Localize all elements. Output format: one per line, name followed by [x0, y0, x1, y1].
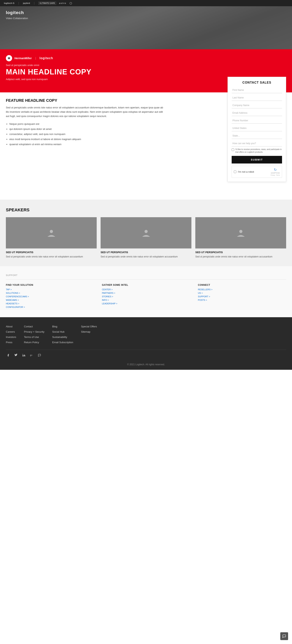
- company-name-input[interactable]: [232, 102, 282, 108]
- captcha-label: I'm not a robot: [238, 170, 269, 173]
- svg-point-5: [239, 230, 242, 233]
- support-col-1: FIND YOUR SOLUTION TAP > SOLUTIONS > CON…: [6, 284, 94, 310]
- support-link-partners[interactable]: PARTNERS >: [102, 292, 190, 294]
- contact-form-title: CONTACT SALES: [232, 81, 282, 84]
- support-link-conferencecams[interactable]: CONFERENCECAMS >: [6, 295, 94, 298]
- message-input[interactable]: [232, 140, 282, 146]
- footer-link-terms[interactable]: Terms of Use: [24, 336, 44, 338]
- support-link-webcams[interactable]: WEBCAMS >: [6, 299, 94, 301]
- list-item: Neque porro quisquam est: [10, 122, 164, 126]
- linkedin-icon[interactable]: [22, 353, 26, 358]
- support-link-solutions[interactable]: SOLUTIONS >: [6, 292, 94, 294]
- twitter-icon[interactable]: [14, 353, 18, 358]
- hero-subtitle: Video Collaboration: [6, 17, 286, 20]
- support-link-info[interactable]: INFO >: [102, 299, 190, 301]
- red-band-tagline: Sed ut perspiciatis unde omni: [6, 64, 286, 66]
- last-name-input[interactable]: [232, 95, 282, 101]
- support-link-us[interactable]: US >: [198, 292, 286, 294]
- support-link-support[interactable]: SUPPORT >: [198, 295, 286, 298]
- footer-link-sitemap[interactable]: Sitemap: [81, 330, 97, 333]
- footer-link-press[interactable]: Press: [6, 341, 16, 344]
- speaker-card-3: SED UT PERSPICIATIS Sed ut perspiciatis …: [195, 217, 286, 258]
- captcha-checkbox[interactable]: [234, 170, 236, 173]
- logitech-brand-text: logitech: [40, 56, 53, 60]
- speaker-desc-3: Sed ut perspiciatis unde omnis iste natu…: [195, 255, 286, 258]
- google-plus-icon[interactable]: g+: [29, 353, 34, 358]
- contact-form-container: CONTACT SALES I'd like to receive promot…: [228, 77, 286, 182]
- support-link-tap[interactable]: TAP >: [6, 288, 94, 291]
- footer-col-3: Blog Social Hub Sustainability Email Sub…: [52, 325, 73, 344]
- list-item: eius modi tempora incidunt ut labore et …: [10, 137, 164, 142]
- speaker-name-3: SED UT PERSPICIATIS: [195, 251, 286, 254]
- list-item: qui dolorem ipsum quia dolor sit amet: [10, 126, 164, 132]
- footer-link-return[interactable]: Return Policy: [24, 341, 44, 344]
- footer-link-privacy-security[interactable]: Privacy + Security: [24, 330, 44, 333]
- footer-copyright: © 2021 Logitech. All rights reserved.: [6, 361, 286, 366]
- recaptcha-logo: ↻ reCAPTCHA Privacy · Terms: [270, 168, 280, 176]
- footer-link-social-hub[interactable]: Social Hub: [52, 330, 73, 333]
- state-input[interactable]: [232, 133, 282, 139]
- feature-text: Sed ut perspiciatis unde omnis iste natu…: [6, 106, 164, 118]
- svg-text:g+: g+: [30, 354, 32, 356]
- facebook-icon[interactable]: [6, 353, 10, 358]
- support-col-3: CONNECT RESELLERS > US > SUPPORT > POSTS…: [198, 284, 286, 310]
- support-link-headsets[interactable]: HEADSETS >: [6, 302, 94, 305]
- footer-link-about[interactable]: About: [6, 325, 16, 328]
- footer: About Careers Investors Press Contact Pr…: [0, 317, 292, 370]
- brand-jaybird[interactable]: jaybird: [23, 2, 30, 4]
- footer-link-sustainability[interactable]: Sustainability: [52, 336, 73, 338]
- first-name-input[interactable]: [232, 87, 282, 93]
- speakers-section: SPEAKERS SED UT PERSPICIATIS Sed ut pers…: [0, 200, 292, 266]
- support-section: SUPPORT FIND YOUR SOLUTION TAP > SOLUTIO…: [0, 266, 292, 317]
- captcha-row: I'm not a robot ↻ reCAPTCHA Privacy · Te…: [232, 166, 282, 178]
- submit-button[interactable]: SUBMIT: [232, 156, 282, 164]
- support-link-resellers[interactable]: RESELLERS >: [198, 288, 286, 291]
- country-input[interactable]: [232, 125, 282, 131]
- footer-link-careers[interactable]: Careers: [6, 330, 16, 333]
- footer-social: g+: [6, 350, 286, 358]
- footer-col-2: Contact Privacy + Security Terms of Use …: [24, 325, 44, 344]
- support-link-center[interactable]: CENTER >: [102, 288, 190, 291]
- svg-point-1: [50, 230, 53, 233]
- brand-ue[interactable]: ULTIMATE EARS: [38, 2, 56, 5]
- footer-link-contact[interactable]: Contact: [24, 325, 44, 328]
- message-icon[interactable]: [37, 353, 42, 358]
- hermanmiller-text: HermanMiller: [14, 57, 32, 60]
- footer-col-1: About Careers Investors Press: [6, 325, 16, 344]
- support-col-title-1: FIND YOUR SOLUTION: [6, 284, 94, 286]
- support-link-stories[interactable]: STORIES >: [102, 295, 190, 298]
- promo-checkbox-row: I'd like to receive promotions, news, an…: [232, 148, 282, 154]
- left-content: FEATURE HEADLINE COPY Sed ut perspiciati…: [6, 98, 168, 147]
- speaker-card-1: SED UT PERSPICIATIS Sed ut perspiciatis …: [6, 217, 97, 258]
- svg-point-3: [144, 230, 148, 233]
- speakers-title: SPEAKERS: [6, 208, 286, 212]
- logitech-logo: logitech: [6, 10, 286, 15]
- brand-logitech-g[interactable]: logitech G: [4, 2, 14, 4]
- footer-link-email-sub[interactable]: Email Subscription: [52, 341, 73, 344]
- promo-checkbox[interactable]: [232, 148, 234, 151]
- hermanmiller-logo: M: [6, 55, 12, 61]
- logo-divider: |: [35, 57, 36, 60]
- speaker-desc-1: Sed ut perspiciatis unde omnis iste natu…: [6, 255, 97, 258]
- speaker-desc-2: Sed ut perspiciatis unde omnis iste natu…: [100, 255, 192, 258]
- phone-input[interactable]: [232, 118, 282, 124]
- support-columns: FIND YOUR SOLUTION TAP > SOLUTIONS > CON…: [6, 284, 286, 310]
- support-col-2: GATHER SOME INTEL CENTER > PARTNERS > ST…: [102, 284, 190, 310]
- footer-link-special-offers[interactable]: Special Offers: [81, 325, 97, 328]
- brand-logos: M HermanMiller | logitech: [6, 55, 286, 61]
- support-link-leadership[interactable]: LEADERSHIP >: [102, 302, 190, 305]
- email-input[interactable]: [232, 110, 282, 116]
- brand-extra[interactable]: ◯: [70, 2, 72, 4]
- list-item: consectetur, adipisci velit, sed quia no…: [10, 132, 164, 137]
- nav-divider-2: |: [34, 2, 35, 5]
- brand-astro[interactable]: astro: [59, 2, 66, 4]
- footer-link-blog[interactable]: Blog: [52, 325, 73, 328]
- support-divider: [6, 280, 286, 280]
- svg-point-6: [22, 354, 23, 355]
- footer-link-investors[interactable]: Investors: [6, 336, 16, 338]
- support-link-posts[interactable]: POSTS >: [198, 299, 286, 301]
- footer-links-grid: About Careers Investors Press Contact Pr…: [6, 325, 286, 344]
- speakers-grid: SED UT PERSPICIATIS Sed ut perspiciatis …: [6, 217, 286, 258]
- support-link-configurator[interactable]: CONFIGURATOR >: [6, 306, 94, 308]
- speaker-image-1: [6, 217, 97, 248]
